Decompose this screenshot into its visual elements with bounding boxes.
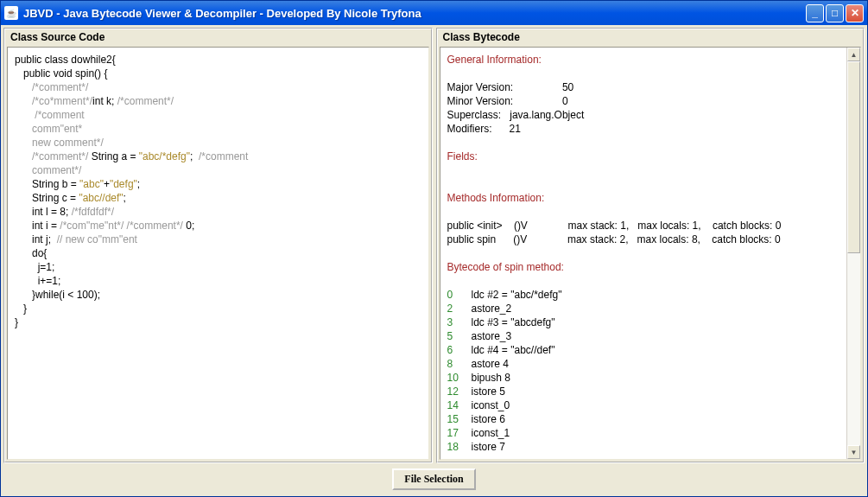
- source-panel-title: Class Source Code: [5, 29, 431, 45]
- scroll-up-icon[interactable]: ▲: [847, 48, 860, 61]
- client-area: Class Source Code public class dowhile2{…: [1, 25, 867, 496]
- file-selection-button[interactable]: File Selection: [392, 468, 475, 490]
- window-controls: _ □ ✕: [806, 4, 864, 22]
- minimize-button[interactable]: _: [806, 4, 824, 22]
- source-code: public class dowhile2{ public void spin(…: [8, 48, 428, 335]
- scroll-down-icon[interactable]: ▼: [847, 445, 860, 459]
- scroll-track[interactable]: [847, 61, 860, 445]
- scroll-thumb[interactable]: [847, 61, 860, 253]
- main-window: ☕ JBVD - Java Bytecode Viewer & Decompil…: [0, 0, 868, 497]
- bytecode-panel: Class Bytecode General Information: Majo…: [436, 28, 865, 463]
- source-body[interactable]: public class dowhile2{ public void spin(…: [7, 47, 429, 460]
- bytecode-panel-title: Class Bytecode: [438, 29, 864, 45]
- source-panel: Class Source Code public class dowhile2{…: [3, 28, 433, 463]
- titlebar[interactable]: ☕ JBVD - Java Bytecode Viewer & Decompil…: [1, 1, 867, 25]
- maximize-button[interactable]: □: [826, 4, 844, 22]
- footer: File Selection: [3, 463, 865, 494]
- bytecode-content: General Information: Major Version: 50 M…: [440, 48, 861, 459]
- window-title: JBVD - Java Bytecode Viewer & Decompiler…: [23, 7, 806, 20]
- bytecode-scrollbar[interactable]: ▲ ▼: [846, 48, 860, 459]
- java-icon: ☕: [4, 6, 18, 20]
- panels-row: Class Source Code public class dowhile2{…: [3, 28, 865, 463]
- bytecode-body[interactable]: General Information: Major Version: 50 M…: [440, 47, 862, 460]
- close-button[interactable]: ✕: [846, 4, 864, 22]
